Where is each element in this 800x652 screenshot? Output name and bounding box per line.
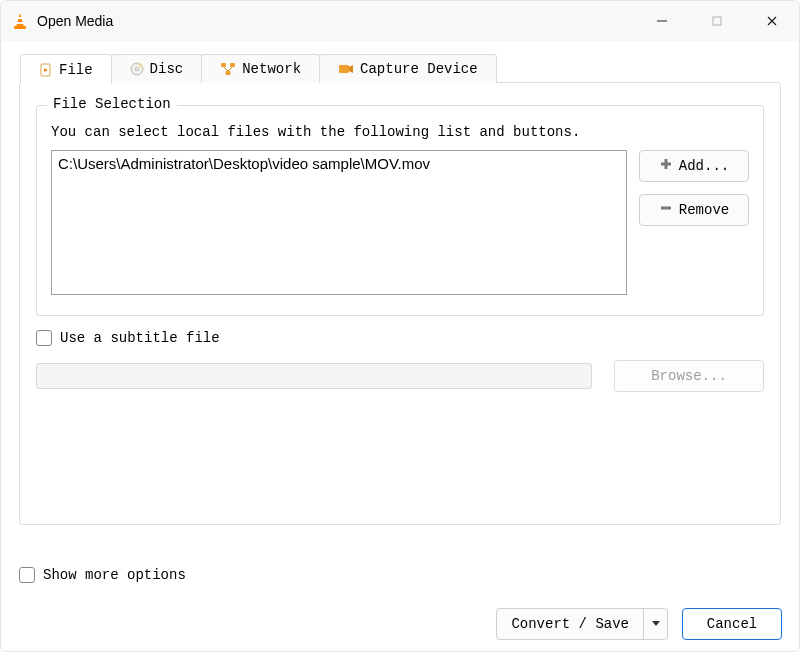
tab-pane: File Selection You can select local file… [19,82,781,525]
show-more-label: Show more options [43,567,186,583]
content-area: File Disc Network Capture Device File Se… [1,41,799,593]
svg-rect-3 [14,26,26,29]
minimize-button[interactable] [634,7,689,35]
tab-file-label: File [59,62,93,78]
network-icon [220,62,236,76]
file-selection-desc: You can select local files with the foll… [51,124,749,140]
footer-actions: Convert / Save Cancel [496,608,782,640]
subtitle-path-input [36,363,592,389]
svg-rect-17 [339,65,349,73]
titlebar-left: Open Media [11,12,113,30]
subtitle-checkbox-row: Use a subtitle file [36,330,764,346]
maximize-button[interactable] [689,7,744,35]
close-button[interactable] [744,7,799,35]
file-icon [39,63,53,77]
svg-marker-22 [652,621,660,626]
svg-marker-0 [16,13,24,27]
remove-button[interactable]: Remove [639,194,749,226]
svg-marker-18 [349,65,353,73]
window-title: Open Media [37,13,113,29]
svg-rect-13 [230,63,235,67]
capture-device-icon [338,62,354,76]
cancel-button-label: Cancel [707,616,757,632]
plus-icon [659,157,673,175]
tabs-row: File Disc Network Capture Device [20,53,781,83]
svg-rect-5 [713,17,721,25]
tab-disc[interactable]: Disc [111,54,203,83]
tab-network[interactable]: Network [201,54,320,83]
tab-network-label: Network [242,61,301,77]
disc-icon [130,62,144,76]
svg-rect-14 [226,71,231,75]
convert-save-button[interactable]: Convert / Save [496,608,668,640]
titlebar: Open Media [1,1,799,41]
add-button[interactable]: Add... [639,150,749,182]
convert-save-label: Convert / Save [497,609,643,639]
tab-disc-label: Disc [150,61,184,77]
tab-capture-label: Capture Device [360,61,478,77]
use-subtitle-checkbox[interactable] [36,330,52,346]
svg-line-15 [224,67,229,71]
subtitle-input-row: Browse... [36,360,764,392]
add-button-label: Add... [679,158,729,174]
vlc-cone-icon [11,12,29,30]
browse-button: Browse... [614,360,764,392]
show-more-checkbox[interactable] [19,567,35,583]
file-selection-group: File Selection You can select local file… [36,105,764,316]
svg-point-11 [135,68,138,71]
svg-line-16 [228,67,233,71]
file-list[interactable]: C:\Users\Administrator\Desktop\video sam… [51,150,627,295]
window-controls [634,7,799,35]
tab-file[interactable]: File [20,54,112,84]
svg-rect-1 [17,17,23,19]
footer-options: Show more options [19,567,186,583]
tab-capture[interactable]: Capture Device [319,54,497,83]
svg-rect-12 [221,63,226,67]
remove-button-label: Remove [679,202,729,218]
use-subtitle-label: Use a subtitle file [60,330,220,346]
convert-save-dropdown[interactable] [643,609,667,639]
caret-down-icon [651,616,661,632]
file-list-item[interactable]: C:\Users\Administrator\Desktop\video sam… [58,155,620,172]
file-selection-legend: File Selection [47,96,177,112]
minus-icon [659,201,673,219]
cancel-button[interactable]: Cancel [682,608,782,640]
browse-button-label: Browse... [651,368,727,384]
svg-rect-2 [16,22,23,24]
